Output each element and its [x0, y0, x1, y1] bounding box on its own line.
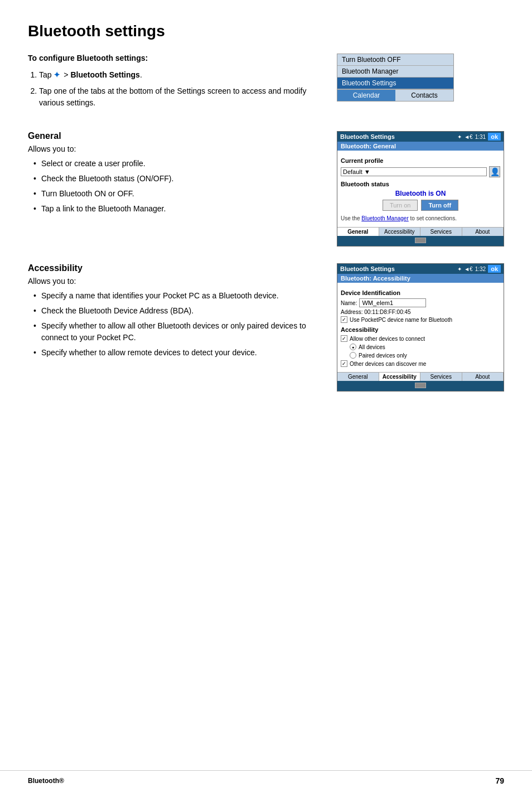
bt-btn-row: Turn on Turn off	[341, 200, 500, 211]
general-intro: Allows you to:	[28, 144, 320, 153]
address-row: Address: 00:11:D8:FF:00:45	[341, 309, 500, 315]
accessibility-ok-button[interactable]: ok	[488, 265, 501, 273]
bullet-allow-devices: Specify whether to allow all other Bluet…	[33, 320, 320, 344]
menu-bluetooth-manager[interactable]: Bluetooth Manager	[337, 66, 453, 78]
accessibility-screen: Bluetooth Settings ✦ ◄€ 1:32 ok Bluetoot…	[337, 263, 504, 392]
menu-tab-calendar[interactable]: Calendar	[337, 90, 395, 101]
general-screen-time: 1:31	[475, 134, 486, 140]
bt-status-label: Bluetooth status	[341, 181, 500, 187]
tab-about[interactable]: About	[462, 228, 504, 236]
general-left-col: General Allows you to: Select or create …	[28, 131, 320, 247]
all-devices-radio[interactable]	[350, 344, 356, 350]
acc-tab-about[interactable]: About	[462, 373, 504, 381]
accessibility-right-col: Bluetooth Settings ✦ ◄€ 1:32 ok Bluetoot…	[337, 263, 504, 392]
configure-left-col: To configure Bluetooth settings: Tap ✦ >…	[28, 54, 320, 114]
profile-value: Default	[343, 168, 362, 175]
accessibility-section-title: Bluetooth: Accessibility	[337, 274, 504, 283]
accessibility-titlebar-icons: ✦ ◄€ 1:32 ok	[457, 265, 501, 273]
accessibility-tabs: General Accessibility Services About	[337, 372, 504, 381]
menu-mockup: Turn Bluetooth OFF Bluetooth Manager Blu…	[337, 54, 454, 102]
general-bullets: Select or create a user profile. Check t…	[33, 158, 320, 215]
tab-accessibility[interactable]: Accessibility	[379, 228, 421, 236]
configure-header: To configure Bluetooth settings:	[28, 54, 320, 62]
paired-only-radio[interactable]	[350, 352, 356, 359]
general-section-title: Bluetooth: General	[337, 142, 504, 151]
all-devices-text: All devices	[359, 344, 385, 350]
allow-connect-text: Allow other devices to connect	[350, 336, 425, 342]
configure-steps-list: Tap ✦ > Bluetooth Settings. Tap one of t…	[39, 69, 320, 109]
all-devices-row: All devices	[350, 344, 500, 350]
configure-right-col: Turn Bluetooth OFF Bluetooth Manager Blu…	[337, 54, 504, 114]
accessibility-screen-time: 1:32	[475, 266, 486, 272]
acc-taskbar-icon	[415, 383, 426, 388]
general-taskbar[interactable]	[337, 236, 504, 246]
profile-edit-button[interactable]: 👤	[489, 166, 500, 177]
general-tabs: General Accessibility Services About	[337, 227, 504, 236]
tab-general[interactable]: General	[337, 228, 379, 236]
footer-label: Bluetooth®	[28, 777, 64, 785]
step-2: Tap one of the tabs at the bottom of the…	[39, 85, 320, 109]
general-screen-title: Bluetooth Settings	[340, 133, 395, 140]
accessibility-body: Device Identification Name: Address: 00:…	[337, 283, 504, 372]
use-pocketpc-checkbox[interactable]	[341, 316, 347, 323]
name-row: Name:	[341, 298, 500, 307]
current-profile-label: Current profile	[341, 157, 500, 164]
accessibility-bullets: Specify a name that identifies your Pock…	[33, 290, 320, 359]
discover-checkbox[interactable]	[341, 360, 347, 367]
use-pocketpc-row: Use PocketPC device name for Bluetooth	[341, 316, 500, 323]
address-value: 00:11:D8:FF:00:45	[364, 309, 410, 315]
bt-status-text: Bluetooth is ON	[341, 190, 500, 197]
accessibility-intro: Allows you to:	[28, 277, 320, 286]
name-input[interactable]	[359, 298, 426, 307]
discover-text: Other devices can discover me	[350, 361, 426, 367]
profile-select[interactable]: Default ▼	[341, 167, 487, 176]
general-titlebar-icons: ✦ ◄€ 1:31 ok	[457, 133, 501, 141]
bullet-turn-on-off: Turn Bluetooth ON or OFF.	[33, 188, 320, 200]
bluetooth-icon: ✦	[54, 69, 60, 81]
allow-connect-row: Allow other devices to connect	[341, 335, 500, 342]
accessibility-taskbar[interactable]	[337, 381, 504, 391]
discover-row: Other devices can discover me	[341, 360, 500, 367]
bullet-check-status: Check the Bluetooth status (ON/OFF).	[33, 173, 320, 185]
paired-only-text: Paired devices only	[359, 352, 407, 359]
bullet-allow-detect: Specify whether to allow remote devices …	[33, 347, 320, 359]
link-suffix: to set connections.	[410, 215, 457, 221]
tab-services[interactable]: Services	[420, 228, 462, 236]
bluetooth-manager-link[interactable]: Bluetooth Manager	[361, 215, 409, 221]
bullet-select-profile: Select or create a user profile.	[33, 158, 320, 170]
menu-turn-bluetooth-off[interactable]: Turn Bluetooth OFF	[337, 54, 453, 66]
acc-tab-accessibility[interactable]: Accessibility	[379, 373, 421, 381]
allow-connect-checkbox[interactable]	[341, 335, 347, 342]
link-prefix: Use the	[341, 215, 360, 221]
footer-page-number: 79	[495, 776, 504, 785]
accessibility-sub-label: Accessibility	[341, 326, 500, 333]
acc-tab-services[interactable]: Services	[420, 373, 462, 381]
general-screen: Bluetooth Settings ✦ ◄€ 1:31 ok Bluetoot…	[337, 131, 504, 247]
accessibility-titlebar: Bluetooth Settings ✦ ◄€ 1:32 ok	[337, 264, 504, 274]
menu-bluetooth-settings[interactable]: Bluetooth Settings	[337, 78, 453, 89]
menu-tab-contacts[interactable]: Contacts	[395, 90, 453, 101]
acc-volume-icon: ◄€	[464, 266, 472, 272]
accessibility-screen-title: Bluetooth Settings	[340, 265, 395, 272]
acc-settings-icon: ✦	[457, 266, 462, 272]
device-id-label: Device Identification	[341, 289, 500, 296]
bullet-tap-link: Tap a link to the Bluetooth Manager.	[33, 203, 320, 215]
general-titlebar: Bluetooth Settings ✦ ◄€ 1:31 ok	[337, 132, 504, 142]
turn-off-button[interactable]: Turn off	[421, 200, 458, 211]
general-right-col: Bluetooth Settings ✦ ◄€ 1:31 ok Bluetoot…	[337, 131, 504, 247]
general-body: Current profile Default ▼ 👤 Bluetooth st…	[337, 151, 504, 227]
accessibility-left-col: Accessibility Allows you to: Specify a n…	[28, 263, 320, 392]
bt-manager-link-text: Use the Bluetooth Manager to set connect…	[341, 215, 500, 221]
step-1: Tap ✦ > Bluetooth Settings.	[39, 69, 320, 81]
bullet-check-bda: Check the Bluetooth Device Address (BDA)…	[33, 305, 320, 317]
profile-row: Default ▼ 👤	[341, 166, 500, 177]
bluetooth-settings-link: Bluetooth Settings	[70, 70, 139, 79]
acc-tab-general[interactable]: General	[337, 373, 379, 381]
bullet-specify-name: Specify a name that identifies your Pock…	[33, 290, 320, 302]
taskbar-icon	[415, 238, 426, 243]
footer-label-text: Bluetooth®	[28, 777, 64, 785]
use-pocketpc-text: Use PocketPC device name for Bluetooth	[350, 317, 452, 323]
general-ok-button[interactable]: ok	[488, 133, 501, 141]
turn-on-button[interactable]: Turn on	[383, 200, 418, 211]
address-label: Address:	[341, 309, 362, 315]
